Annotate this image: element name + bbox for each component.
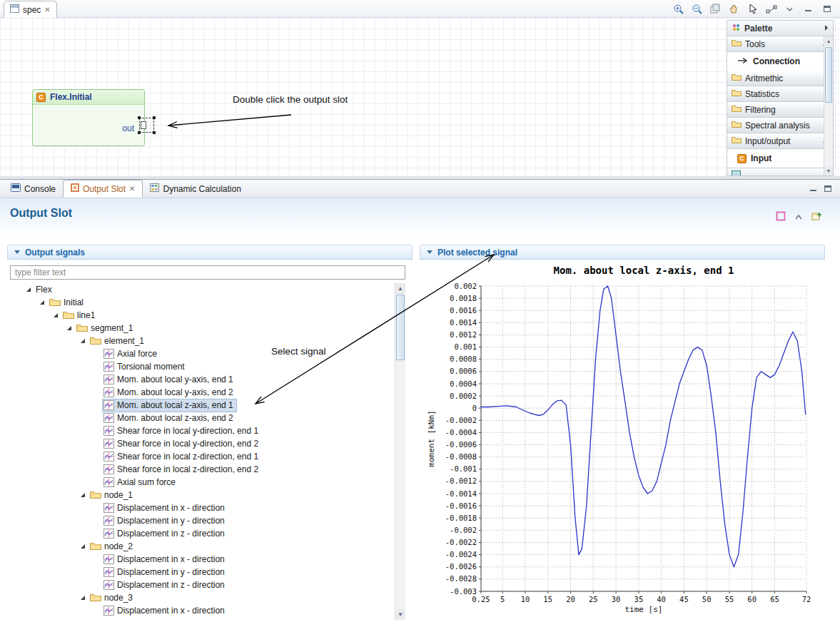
section-plot-selected-signal[interactable]: Plot selected signal [420,245,825,260]
tree-item[interactable]: node_2 [10,540,395,553]
palette-item-partial[interactable] [727,168,833,176]
palette-item-input[interactable]: C Input [727,149,833,168]
x-tick-label: 0.25 [472,595,490,603]
diagram-canvas[interactable]: C Flex.Initial out Double click the outp… [0,18,840,176]
palette-category-aritmethic[interactable]: Aritmethic [727,71,833,86]
tree-item-signal[interactable]: Displacement in y - direction [10,514,395,527]
tab-dynamic-calculation[interactable]: Dynamic Calculation [143,180,248,198]
tab-console[interactable]: Console [4,180,63,198]
signal-icon [103,529,114,539]
tab-spec[interactable]: spec ✕ [4,1,57,18]
palette-scrollbar[interactable]: ▲ ▼ [824,36,833,175]
palette-category-filtering[interactable]: Filtering [727,102,833,118]
expand-arrow-icon[interactable] [80,492,89,498]
minimize-icon[interactable] [802,3,814,15]
tree-item-label: Displacement in z - direction [117,529,225,539]
tree-item-label: segment_1 [91,323,133,333]
palette-category-tools[interactable]: Tools [727,36,833,52]
zoom-out-icon[interactable] [691,3,703,15]
expand-arrow-icon[interactable] [80,544,89,549]
scrollbar-thumb[interactable] [396,295,405,360]
tree-item-signal[interactable]: Displacement in z - direction [10,527,395,540]
tree-item-signal[interactable]: Displacement in y - direction [10,566,395,578]
tree-item-signal[interactable]: Mom. about local y-axis, end 2 [10,386,395,399]
output-port-label: out [122,123,134,133]
zoom-in-icon[interactable] [672,3,684,15]
tree-item-signal[interactable]: Displacement in x - direction [10,501,395,514]
tree-item[interactable]: Initial [10,296,395,309]
open-new-view-icon[interactable] [811,211,821,223]
signal-tree[interactable]: FlexInitialline1segment_1element_1Axial … [10,283,395,620]
signal-icon [103,362,114,372]
tree-item-signal[interactable]: Mom. about local y-axis, end 1 [10,373,395,386]
section-output-signals[interactable]: Output signals [7,245,413,260]
maximize-icon[interactable] [821,3,833,15]
tree-item-signal[interactable]: Displacement in z - direction [10,578,395,591]
tree-item[interactable]: segment_1 [10,322,395,335]
tree-item[interactable]: node_3 [10,591,395,604]
palette-header[interactable]: Palette [727,21,833,36]
expand-arrow-icon[interactable] [26,287,35,292]
pan-hand-icon[interactable] [728,3,740,15]
expand-arrow-icon[interactable] [80,338,89,344]
tree-item-signal[interactable]: Axial sum force [10,476,395,489]
selection-handle [153,116,156,119]
scroll-down-icon[interactable]: ▼ [395,609,405,620]
expand-arrow-icon[interactable] [39,300,49,305]
maximize-icon[interactable] [824,184,831,194]
scroll-up-icon[interactable]: ▲ [395,283,405,294]
tree-scrollbar[interactable]: ▲ ▼ [395,283,405,620]
y-tick-label: -0.001 [450,464,477,473]
editor-area: spec ✕ C Flex.Initial out [0,0,840,176]
scroll-up-icon[interactable]: ▲ [824,36,833,46]
palette-item-connection[interactable]: Connection [727,52,833,71]
view-menu-icon[interactable] [784,3,796,15]
close-icon[interactable]: ✕ [129,185,135,193]
connection-mode-icon[interactable] [765,3,777,15]
y-tick-label: -0.0012 [445,476,477,485]
palette-category-statistics[interactable]: Statistics [727,86,833,102]
x-tick-label: 50 [702,595,712,603]
drawer-folder-icon [732,39,742,49]
filter-input[interactable] [10,265,405,280]
tree-item[interactable]: Flex [10,283,395,296]
frame-icon[interactable] [776,211,786,223]
scrollbar-thumb[interactable] [825,47,832,103]
collapse-icon[interactable] [794,213,803,223]
scroll-down-icon[interactable]: ▼ [824,166,833,175]
tree-item-signal[interactable]: Axial force [10,347,395,360]
palette-panel: Palette Tools Connection Aritmethic Stat… [727,20,834,176]
y-tick-label: 0.0016 [450,306,477,315]
minimize-icon[interactable] [810,184,817,194]
y-tick-label: 0.001 [454,342,477,351]
tree-item[interactable]: line1 [10,309,395,322]
close-icon[interactable]: ✕ [44,6,50,14]
select-cursor-icon[interactable] [747,3,759,15]
signal-curve [481,286,806,567]
tree-item-signal[interactable]: Shear force in local z-direction, end 1 [10,450,395,463]
tree-item-signal[interactable]: Mom. about local z-axis, end 2 [10,412,395,424]
expand-arrow-icon[interactable] [80,595,89,601]
y-tick-label: -0.0028 [445,574,477,583]
tree-item-signal[interactable]: Shear force in local z-direction, end 2 [10,463,395,476]
tree-item[interactable]: node_1 [10,489,395,501]
tree-item-signal[interactable]: Torsional moment [10,360,395,373]
signal-icon [103,400,114,410]
snapshot-icon[interactable] [709,3,722,15]
tab-output-slot[interactable]: Output Slot ✕ [63,180,143,198]
tree-item-signal[interactable]: Shear force in local y-direction, end 2 [10,437,395,450]
tree-item-signal[interactable]: Mom. about local z-axis, end 1 [10,399,395,412]
expand-arrow-icon[interactable] [66,325,76,331]
tree-item[interactable]: element_1 [10,335,395,347]
signal-icon [103,413,114,423]
component-icon: C [36,93,46,102]
tree-item-signal[interactable]: Displacement in x - direction [10,604,395,617]
tree-item-signal[interactable]: Shear force in local y-direction, end 1 [10,424,395,437]
palette-category-spectral-analysis[interactable]: Spectral analysis [727,118,833,133]
collapse-arrow-icon[interactable] [824,24,829,34]
flex-initial-block[interactable]: C Flex.Initial out [32,89,145,146]
palette-category-input-output[interactable]: Input/output [727,133,833,149]
expand-arrow-icon[interactable] [53,312,62,318]
x-tick-label: 45 [679,595,689,603]
tree-item-signal[interactable]: Displacement in x - direction [10,553,395,566]
